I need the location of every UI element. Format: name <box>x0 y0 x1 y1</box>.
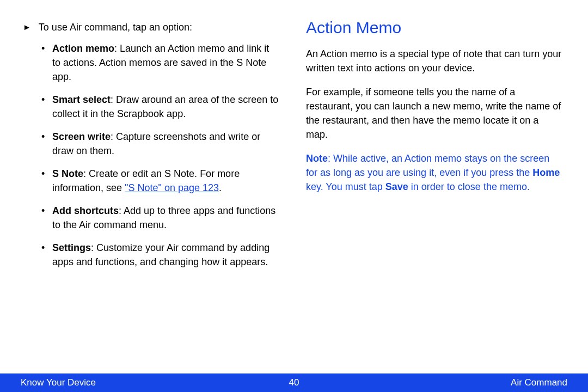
intro-text: To use Air command, tap an option: <box>39 21 192 34</box>
paragraph: For example, if someone tells you the na… <box>306 85 563 142</box>
footer-left: Know Your Device <box>21 377 96 388</box>
page-number: 40 <box>289 377 299 388</box>
list-item: Smart select: Draw around an area of the… <box>52 93 280 121</box>
paragraph: An Action memo is a special type of note… <box>306 47 563 75</box>
note-seg: : While active, an Action memo stays on … <box>306 153 549 178</box>
note-seg: key. You must tap <box>306 181 385 192</box>
footer-right: Air Command <box>511 377 567 388</box>
note-save: Save <box>385 181 408 192</box>
item-label: S Note <box>52 168 83 179</box>
item-label: Smart select <box>52 94 111 105</box>
section-heading: Action Memo <box>306 19 563 37</box>
list-item: Screen write: Capture screenshots and wr… <box>52 130 280 158</box>
pointer-icon: ► <box>23 21 31 34</box>
list-item: S Note: Create or edit an S Note. For mo… <box>52 167 280 195</box>
left-column: ► To use Air command, tap an option: Act… <box>23 21 280 278</box>
item-label: Action memo <box>52 43 114 54</box>
cross-reference-link[interactable]: "S Note" on page 123 <box>125 182 219 193</box>
item-label: Add shortcuts <box>52 205 119 216</box>
right-column: Action Memo An Action memo is a special … <box>306 21 563 278</box>
note-block: Note: While active, an Action memo stays… <box>306 151 563 194</box>
item-label: Screen write <box>52 131 111 142</box>
item-text-after: . <box>219 182 222 193</box>
list-item: Add shortcuts: Add up to three apps and … <box>52 204 280 232</box>
note-home: Home <box>532 167 560 178</box>
item-label: Settings <box>52 242 91 253</box>
page-footer: Know Your Device 40 Air Command <box>0 373 588 392</box>
note-label: Note <box>306 153 328 164</box>
note-seg: in order to close the memo. <box>408 181 530 192</box>
list-item: Settings: Customize your Air command by … <box>52 241 280 269</box>
list-item: Action memo: Launch an Action memo and l… <box>52 41 280 84</box>
